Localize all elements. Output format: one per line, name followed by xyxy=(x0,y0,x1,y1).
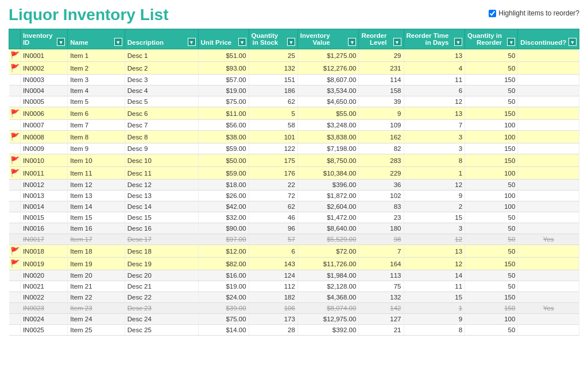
col-discontinued-dropdown[interactable]: ▼ xyxy=(568,38,577,46)
cell-invval: $8,750.00 xyxy=(297,154,359,167)
flag-cell xyxy=(9,303,21,314)
highlight-checkbox[interactable] xyxy=(489,10,496,17)
table-row: IN0009Item 9Desc 9$59.00122$7,198.008231… xyxy=(9,143,579,154)
cell-desc: Desc 13 xyxy=(125,190,198,201)
table-row: 🚩IN0019Item 19Desc 19$82.00143$11,726.00… xyxy=(9,258,579,270)
cell-name: Item 8 xyxy=(68,131,125,143)
flag-cell: 🚩 xyxy=(9,167,21,180)
cell-unitprice: $24.00 xyxy=(198,292,249,303)
highlight-label[interactable]: Highlight items to reorder? xyxy=(498,9,579,17)
cell-discontinued xyxy=(518,49,579,62)
cell-unitprice: $42.00 xyxy=(198,201,249,212)
cell-desc: Desc 9 xyxy=(125,143,198,154)
cell-name: Item 20 xyxy=(68,270,125,281)
cell-id: IN0022 xyxy=(20,292,67,303)
col-unitprice-dropdown[interactable]: ▼ xyxy=(238,38,246,46)
cell-invval: $1,872.00 xyxy=(297,190,359,201)
cell-discontinued xyxy=(518,62,579,75)
cell-reorderdays: 8 xyxy=(404,325,465,336)
cell-invval: $4,368.00 xyxy=(297,292,359,303)
cell-discontinued xyxy=(518,245,579,258)
cell-qty: 22 xyxy=(249,180,297,190)
col-reorder-dropdown[interactable]: ▼ xyxy=(393,38,401,46)
cell-reorder: 83 xyxy=(359,201,404,212)
cell-discontinued xyxy=(518,75,579,85)
page-title: Liquor Inventory List xyxy=(9,6,168,24)
cell-unitprice: $19.00 xyxy=(198,281,249,292)
cell-reorder: 142 xyxy=(359,303,404,314)
cell-reorderdays: 12 xyxy=(404,180,465,190)
cell-reorderdays: 9 xyxy=(404,314,465,325)
cell-id: IN0010 xyxy=(20,154,67,167)
table-body: 🚩IN0001Item 1Desc 1$51.0025$1,275.002913… xyxy=(9,49,579,336)
cell-unitprice: $59.00 xyxy=(198,143,249,154)
flag-cell: 🚩 xyxy=(9,131,21,143)
cell-discontinued xyxy=(518,167,579,180)
cell-qtyreorder: 100 xyxy=(465,120,518,131)
cell-name: Item 25 xyxy=(68,325,125,336)
cell-reorderdays: 8 xyxy=(404,154,465,167)
cell-name: Item 18 xyxy=(68,245,125,258)
cell-id: IN0004 xyxy=(20,85,67,96)
col-qty-dropdown[interactable]: ▼ xyxy=(287,38,295,46)
col-id-dropdown[interactable]: ▼ xyxy=(57,38,65,46)
col-header-unitprice: Unit Price ▼ xyxy=(198,29,249,49)
cell-discontinued xyxy=(518,258,579,270)
table-row: IN0021Item 21Desc 21$19.00112$2,128.0075… xyxy=(9,281,579,292)
col-desc-dropdown[interactable]: ▼ xyxy=(188,38,196,46)
cell-reorder: 29 xyxy=(359,49,404,62)
cell-reorder: 109 xyxy=(359,120,404,131)
cell-unitprice: $19.00 xyxy=(198,85,249,96)
flag-cell xyxy=(9,212,21,223)
cell-unitprice: $12.00 xyxy=(198,245,249,258)
cell-qtyreorder: 150 xyxy=(465,107,518,120)
col-qtyreorder-dropdown[interactable]: ▼ xyxy=(507,38,515,46)
table-row: IN0012Item 12Desc 12$18.0022$396.0036125… xyxy=(9,180,579,190)
cell-unitprice: $32.00 xyxy=(198,212,249,223)
cell-qty: 72 xyxy=(249,190,297,201)
cell-qty: 122 xyxy=(249,143,297,154)
cell-reorderdays: 3 xyxy=(404,223,465,234)
cell-qtyreorder: 100 xyxy=(465,167,518,180)
cell-discontinued xyxy=(518,292,579,303)
cell-unitprice: $26.00 xyxy=(198,190,249,201)
col-invval-dropdown[interactable]: ▼ xyxy=(348,38,356,46)
cell-reorderdays: 1 xyxy=(404,303,465,314)
cell-reorderdays: 15 xyxy=(404,212,465,223)
flag-cell xyxy=(9,234,21,245)
cell-discontinued xyxy=(518,120,579,131)
cell-qty: 57 xyxy=(249,234,297,245)
cell-name: Item 22 xyxy=(68,292,125,303)
cell-name: Item 11 xyxy=(68,167,125,180)
cell-desc: Desc 8 xyxy=(125,131,198,143)
table-row: 🚩IN0008Item 8Desc 8$38.00101$3,838.00162… xyxy=(9,131,579,143)
cell-desc: Desc 23 xyxy=(125,303,198,314)
cell-reorderdays: 12 xyxy=(404,258,465,270)
cell-desc: Desc 20 xyxy=(125,270,198,281)
cell-name: Item 9 xyxy=(68,143,125,154)
cell-reorderdays: 11 xyxy=(404,75,465,85)
cell-qtyreorder: 100 xyxy=(465,131,518,143)
cell-qty: 176 xyxy=(249,167,297,180)
table-row: 🚩IN0001Item 1Desc 1$51.0025$1,275.002913… xyxy=(9,49,579,62)
cell-discontinued xyxy=(518,154,579,167)
col-reorderdays-dropdown[interactable]: ▼ xyxy=(454,38,462,46)
cell-discontinued xyxy=(518,201,579,212)
cell-unitprice: $14.00 xyxy=(198,325,249,336)
cell-reorderdays: 13 xyxy=(404,49,465,62)
cell-desc: Desc 21 xyxy=(125,281,198,292)
table-row: IN0004Item 4Desc 4$19.00186$3,534.001586… xyxy=(9,85,579,96)
header-row: Liquor Inventory List Highlight items to… xyxy=(9,6,579,24)
cell-desc: Desc 12 xyxy=(125,180,198,190)
cell-reorderdays: 3 xyxy=(404,131,465,143)
flag-cell: 🚩 xyxy=(9,107,21,120)
cell-reorderdays: 3 xyxy=(404,143,465,154)
cell-unitprice: $75.00 xyxy=(198,314,249,325)
table-row: IN0016Item 16Desc 16$90.0096$8,640.00180… xyxy=(9,223,579,234)
col-name-dropdown[interactable]: ▼ xyxy=(114,38,122,46)
col-reorder-label: ReorderLevel xyxy=(361,32,386,46)
flag-cell xyxy=(9,325,21,336)
cell-discontinued xyxy=(518,190,579,201)
cell-qtyreorder: 150 xyxy=(465,143,518,154)
cell-reorder: 7 xyxy=(359,245,404,258)
